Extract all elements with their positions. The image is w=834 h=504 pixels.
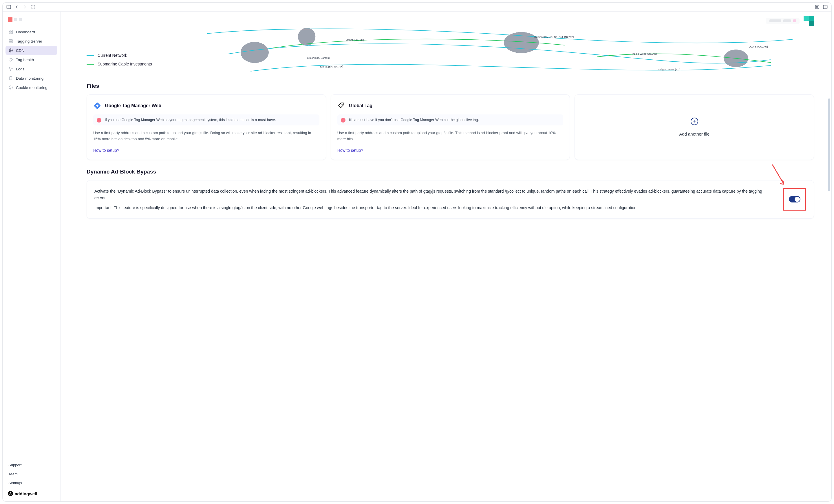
bypass-paragraph-1: Activate the "Dynamic Ad-Block Bypass" t… (94, 188, 771, 201)
svg-point-15 (9, 86, 13, 89)
info-text: It's a must-have if you don't use Google… (349, 117, 479, 123)
panels-icon[interactable] (823, 4, 828, 9)
grid-icon (8, 29, 13, 34)
cursor-icon (8, 67, 13, 71)
sidebar-item-label: Cookie monitoring (16, 85, 47, 90)
card-description: Use a first-party address and a custom p… (337, 130, 564, 142)
cookie-icon (8, 85, 13, 90)
sidebar-link-team[interactable]: Team (5, 469, 57, 479)
add-file-card[interactable]: + Add another file (574, 94, 814, 160)
card-title: Global Tag (349, 103, 372, 108)
globe-icon (8, 48, 13, 53)
info-callout: i If you use Google Tag Manager Web as y… (93, 114, 320, 126)
brand-name: addingwell (15, 491, 37, 496)
svg-rect-10 (9, 41, 13, 43)
legend-swatch-current (87, 55, 94, 56)
map-label-indigo-west: Indigo-West (SG, AU) (632, 52, 657, 55)
workspace-switcher[interactable] (766, 18, 799, 24)
scrollbar[interactable] (828, 23, 830, 499)
file-card-gtm: Google Tag Manager Web i If you use Goog… (87, 94, 326, 160)
legend-swatch-submarine (87, 64, 94, 65)
sidebar-item-label: Data monitoring (16, 76, 43, 81)
sidebar-item-label: Logs (16, 67, 24, 71)
sidebar-link-support[interactable]: Support (5, 461, 57, 469)
card-title: Google Tag Manager Web (105, 103, 161, 108)
extensions-icon[interactable] (815, 4, 820, 9)
map-label-raman: Raman (SA, JO, DJ, OM, IN) 2024 (534, 36, 574, 39)
workspace-logo (5, 16, 57, 27)
main-content: Current Network Submarine Cable Investme… (61, 12, 831, 501)
gtm-icon (93, 102, 101, 110)
map-label-junior: Junior (Rio, Santos) (307, 57, 330, 59)
svg-point-12 (10, 59, 11, 59)
sidebar-item-label: Dashboard (16, 30, 35, 34)
avatar[interactable] (804, 16, 814, 26)
map-legend: Current Network Submarine Cable Investme… (87, 53, 152, 66)
info-callout: i It's a must-have if you don't use Goog… (337, 114, 564, 126)
card-description: Use a first-party address and a custom p… (93, 130, 320, 142)
how-to-setup-link[interactable]: How to setup? (93, 148, 320, 153)
files-cards: Google Tag Manager Web i If you use Goog… (87, 94, 814, 160)
sidebar-item-tag-health[interactable]: Tag health (5, 55, 57, 64)
browser-frame: Dashboard Tagging Server CDN Tag health … (2, 2, 832, 502)
svg-rect-8 (11, 32, 13, 34)
sidebar-link-settings[interactable]: Settings (5, 479, 57, 487)
map-label-monet: Monet (US, BR) (346, 39, 364, 41)
bypass-toggle[interactable] (789, 196, 800, 202)
sidebar-item-dashboard[interactable]: Dashboard (5, 27, 57, 37)
reload-icon[interactable] (30, 4, 36, 9)
legend-current-network: Current Network (97, 53, 127, 58)
sidebar-item-label: CDN (16, 48, 24, 53)
back-icon[interactable] (14, 4, 19, 9)
map-label-indigo-central: Indigo-Central (AU) (658, 68, 681, 71)
file-card-global-tag: Global Tag i It's a must-have if you don… (331, 94, 570, 160)
plus-icon: + (690, 117, 698, 125)
brand: A addingwell (5, 487, 57, 497)
bypass-paragraph-2: Important: This feature is specifically … (94, 204, 771, 211)
svg-rect-6 (11, 30, 13, 31)
sidebar-toggle-icon[interactable] (6, 4, 11, 9)
svg-rect-2 (815, 5, 819, 9)
sidebar: Dashboard Tagging Server CDN Tag health … (3, 12, 61, 501)
server-icon (8, 39, 13, 43)
bypass-card: Activate the "Dynamic Ad-Block Bypass" t… (87, 180, 814, 219)
legend-submarine: Submarine Cable Investments (97, 62, 152, 66)
files-heading: Files (87, 83, 814, 89)
clipboard-icon (8, 76, 13, 81)
map-label-tannat: Tannat (BR, UY, AR) (320, 65, 343, 68)
sidebar-item-data-monitoring[interactable]: Data monitoring (5, 73, 57, 83)
tag-icon (8, 57, 13, 62)
bypass-toggle-highlight (783, 188, 806, 211)
sidebar-item-cdn[interactable]: CDN (5, 46, 57, 55)
brand-badge-icon: A (8, 491, 13, 496)
forward-icon[interactable] (22, 4, 27, 9)
svg-point-21 (342, 104, 343, 105)
sidebar-item-logs[interactable]: Logs (5, 64, 57, 73)
svg-rect-5 (9, 30, 10, 31)
svg-rect-7 (9, 32, 10, 34)
svg-rect-9 (9, 40, 13, 41)
sidebar-item-label: Tagging Server (16, 39, 42, 43)
svg-point-18 (10, 88, 11, 88)
info-icon: i (341, 118, 346, 123)
svg-rect-3 (823, 5, 827, 9)
sidebar-item-label: Tag health (16, 58, 34, 62)
browser-toolbar (3, 3, 831, 12)
add-file-label: Add another file (679, 132, 709, 136)
svg-point-16 (10, 87, 10, 87)
network-map-section: Current Network Submarine Cable Investme… (87, 28, 814, 77)
tag-outline-icon (337, 102, 346, 110)
how-to-setup-link[interactable]: How to setup? (337, 148, 564, 153)
map-label-jgas: JGA-S (GU, AU) (749, 45, 768, 48)
svg-rect-0 (7, 5, 11, 9)
bypass-heading: Dynamic Ad-Block Bypass (87, 169, 814, 175)
sidebar-item-tagging-server[interactable]: Tagging Server (5, 37, 57, 46)
info-text: If you use Google Tag Manager Web as you… (105, 117, 276, 123)
world-map: Monet (US, BR) Junior (Rio, Santos) Tann… (163, 28, 814, 77)
sidebar-item-cookie-monitoring[interactable]: Cookie monitoring (5, 83, 57, 92)
info-icon: i (97, 118, 101, 123)
